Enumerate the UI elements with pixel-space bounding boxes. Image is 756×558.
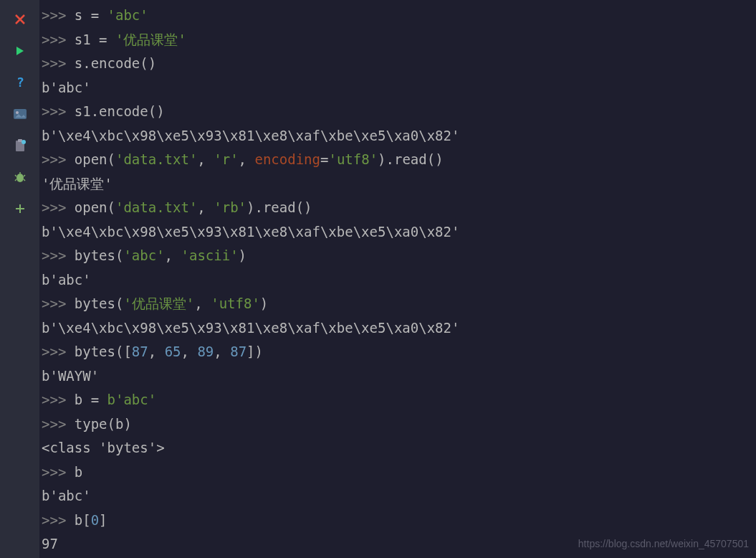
toolbar: ? [0,0,39,558]
code-token: ) [239,247,247,263]
code-token: , [214,344,230,359]
code-token: b [75,464,82,480]
code-token: '优品课堂' [115,32,186,47]
code-token: ) [260,295,268,311]
output-text: b'\xe4\xbc\x98\xe5\x93\x81\xe8\xaf\xbe\x… [42,224,459,240]
console-input-line: >>> bytes('abc', 'ascii') [39,244,756,268]
code-token: 87 [230,344,247,359]
prompt: >>> [42,199,75,215]
code-token: , [194,295,211,311]
code-token: , [181,344,198,359]
run-icon[interactable] [11,42,29,60]
console-output-line: b'WAYW' [39,364,756,389]
console-input-line: >>> s1 = '优品课堂' [39,28,756,52]
code-token: , [197,151,214,167]
console-output-line: b'abc' [39,76,756,100]
prompt: >>> [42,464,75,480]
output-text: <class 'bytes'> [42,440,165,455]
prompt: >>> [42,247,75,263]
close-icon[interactable] [11,11,29,28]
console-input-line: >>> s.encode() [39,52,756,76]
prompt: >>> [42,103,75,119]
output-text: b'abc' [42,488,91,503]
prompt: >>> [42,512,75,528]
code-token: bytes( [75,295,124,311]
output-text: b'abc' [42,272,91,288]
svg-text:?: ? [16,76,24,89]
svg-point-6 [16,174,24,182]
prompt: >>> [42,392,75,407]
prompt: >>> [42,32,75,47]
console-input-line: >>> bytes('优品课堂', 'utf8') [39,292,756,316]
output-text: b'abc' [42,80,91,95]
console-output-line: b'\xe4\xbc\x98\xe5\x93\x81\xe8\xaf\xbe\x… [39,220,756,245]
code-token: b'abc' [107,392,157,407]
code-token: 'ascii' [181,247,239,263]
console-input-line: >>> s = 'abc' [39,4,756,28]
console-input-line: >>> s1.encode() [39,100,756,124]
code-token: , [165,247,181,263]
prompt: >>> [42,295,75,311]
code-token: 'rb' [214,199,247,215]
code-token: open( [75,151,115,167]
code-token: b[ [75,512,91,528]
code-token: 'utf8' [211,295,260,311]
code-token: ).read() [247,199,312,215]
console-output-line: '优品课堂' [39,172,756,197]
console-input-line: >>> type(b) [39,412,756,437]
code-token: ]) [247,344,263,359]
output-text: 97 [42,536,58,552]
code-token: open( [75,199,115,215]
code-token: , [197,199,214,215]
code-token: , [148,344,165,359]
code-token: 'utf8' [328,151,378,167]
console-output-line: b'\xe4\xbc\x98\xe5\x93\x81\xe8\xaf\xbe\x… [39,124,756,148]
code-token: ).read() [378,151,444,167]
console-input-line: >>> open('data.txt', 'r', encoding='utf8… [39,148,756,172]
console-input-line: >>> b = b'abc' [39,388,756,412]
code-token: bytes( [75,247,124,263]
code-token: 87 [132,344,148,359]
prompt: >>> [42,151,75,167]
code-token: 0 [91,512,99,528]
code-token: bytes([ [75,344,132,359]
add-icon[interactable] [11,200,29,217]
code-token: 'data.txt' [115,199,197,215]
help-icon[interactable]: ? [11,74,29,91]
console-output-line: b'abc' [39,484,756,509]
code-token: s.encode() [75,55,156,71]
console-input-line: >>> open('data.txt', 'rb').read() [39,196,756,220]
code-token: s1 = [75,32,115,47]
console-input-line: >>> b[0] [39,509,756,533]
prompt: >>> [42,55,75,71]
code-token: 65 [165,344,181,359]
code-token: encoding [254,151,320,167]
code-token: 'r' [214,151,238,167]
code-token: 'abc' [123,247,164,263]
output-text: b'\xe4\xbc\x98\xe5\x93\x81\xe8\xaf\xbe\x… [42,128,459,143]
console-input-line: >>> bytes([87, 65, 89, 87]) [39,340,756,364]
svg-point-2 [16,111,19,114]
debug-icon[interactable] [11,169,29,186]
svg-point-5 [21,140,26,144]
code-token: 'abc' [107,7,148,23]
python-console[interactable]: >>> s = 'abc'>>> s1 = '优品课堂'>>> s.encode… [39,0,756,558]
code-token: '优品课堂' [123,295,194,311]
code-token: 89 [197,344,214,359]
output-text: '优品课堂' [42,176,113,191]
code-token: , [239,151,255,167]
watermark: https://blog.csdn.net/weixin_45707501 [578,538,749,549]
image-icon[interactable] [11,105,29,123]
prompt: >>> [42,7,75,23]
paste-icon[interactable] [11,137,29,154]
console-input-line: >>> b [39,460,756,485]
code-token: b = [75,392,107,407]
prompt: >>> [42,344,75,359]
code-token: ] [99,512,107,528]
code-token: s = [75,7,107,23]
console-output-line: b'\xe4\xbc\x98\xe5\x93\x81\xe8\xaf\xbe\x… [39,316,756,341]
output-text: b'WAYW' [42,368,99,384]
output-text: b'\xe4\xbc\x98\xe5\x93\x81\xe8\xaf\xbe\x… [42,320,459,336]
code-token: s1.encode() [75,103,165,119]
prompt: >>> [42,416,75,432]
